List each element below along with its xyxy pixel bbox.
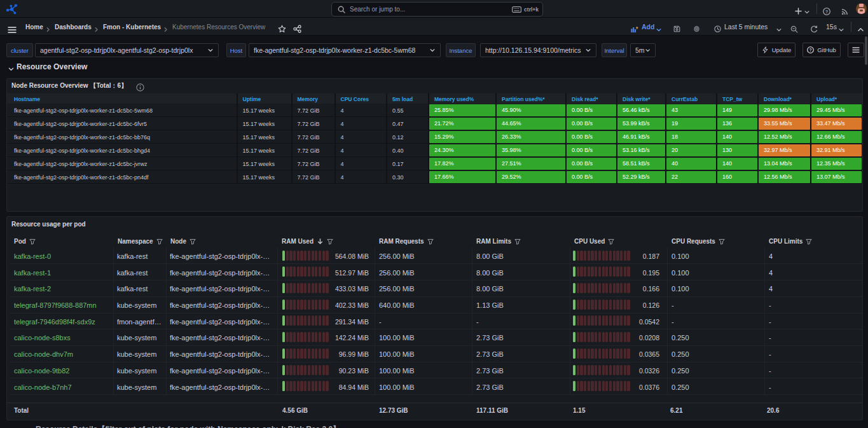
svg-text:?: ? bbox=[825, 8, 829, 14]
svg-text:?: ? bbox=[809, 48, 812, 52]
